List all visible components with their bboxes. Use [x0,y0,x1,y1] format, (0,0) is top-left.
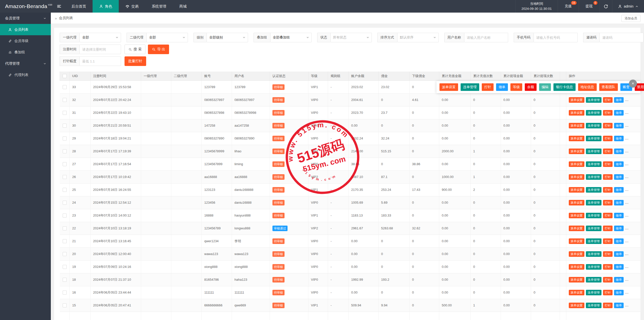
row-action-连单管理[interactable]: 连单管理 [586,303,601,308]
row-action-派单设置[interactable]: 派单设置 [569,264,584,270]
row-action-做单[interactable]: 做单 [614,303,624,308]
filter-select-value[interactable]: 所有状态 [330,33,372,42]
close-icon[interactable]: × [629,80,637,88]
row-action-连单管理[interactable]: 连单管理 [586,238,601,244]
nav-item-4[interactable]: 商城 [173,0,193,13]
row-checkbox[interactable] [63,252,67,256]
row-checkbox[interactable] [63,111,67,115]
row-action-做单[interactable]: 做单 [614,123,624,128]
row-action-打针[interactable]: 打针 [603,174,613,180]
row-action-派单设置[interactable]: 派单设置 [569,136,584,141]
row-action-打针[interactable]: 打针 [603,161,613,167]
row-action-做单[interactable]: 做单 [614,110,624,116]
row-action-连单管理[interactable]: 连单管理 [586,136,601,141]
row-action-派单设置[interactable]: 派单设置 [569,187,584,193]
sidebar-item-会员列表[interactable]: 会员列表 [0,24,51,35]
refresh-icon[interactable] [600,0,612,13]
row-action-打针[interactable]: 打针 [603,149,613,154]
row-checkbox[interactable] [63,85,67,89]
row-action-连单管理[interactable]: 连单管理 [586,277,601,282]
sidebar-group-1[interactable]: 代理管理 [0,58,51,69]
popup-action-打针[interactable]: 打针 [482,83,494,91]
row-action-做单[interactable]: 做单 [614,277,624,282]
row-action-派单设置[interactable]: 派单设置 [569,290,584,295]
row-action-做单[interactable]: 做单 [614,264,624,270]
filter-text-input[interactable] [534,33,577,42]
row-checkbox[interactable] [63,291,67,295]
nav-item-3[interactable]: 系统管理 [145,0,173,13]
popup-action-做单[interactable]: 做单 [496,83,508,91]
row-action-派单设置[interactable]: 派单设置 [569,226,584,231]
row-action-派单设置[interactable]: 派单设置 [569,251,584,257]
row-action-派单设置[interactable]: 派单设置 [569,303,584,308]
row-action-连单管理[interactable]: 连单管理 [586,97,601,103]
row-action-连单管理[interactable]: 连单管理 [586,123,601,128]
filter-select-value[interactable]: 默认排序 [397,33,439,42]
row-action-打针[interactable]: 打针 [603,123,613,128]
row-action-做单[interactable]: 做单 [614,226,624,231]
user-menu[interactable]: admin [612,0,644,13]
row-action-做单[interactable]: 做单 [614,251,624,257]
more-actions-button[interactable]: ... [625,162,629,166]
more-actions-button[interactable]: ... [625,124,629,127]
row-action-打针[interactable]: 打针 [603,290,613,295]
search-button[interactable]: 搜 索 [125,45,145,54]
row-action-派单设置[interactable]: 派单设置 [569,110,584,116]
more-actions-button[interactable]: ... [625,149,629,153]
row-action-打针[interactable]: 打针 [603,200,613,205]
row-action-打针[interactable]: 打针 [603,238,613,244]
filter-select-value[interactable]: 全部 [146,33,188,42]
filter-text-input[interactable] [600,33,643,42]
sidebar-item-代理列表[interactable]: 代理列表 [0,69,51,81]
row-action-连单管理[interactable]: 连单管理 [586,200,601,205]
row-checkbox[interactable] [63,303,67,307]
sidebar-item-会员等级[interactable]: 会员等级 [0,35,51,47]
row-action-连单管理[interactable]: 连单管理 [586,290,601,295]
filter-text-input[interactable] [464,33,508,42]
row-checkbox[interactable] [63,98,67,102]
row-action-做单[interactable]: 做单 [614,136,624,141]
more-actions-button[interactable]: ... [625,214,629,217]
select-all-checkbox[interactable] [63,74,67,78]
row-action-派单设置[interactable]: 派单设置 [569,174,584,180]
row-action-派单设置[interactable]: 派单设置 [569,161,584,167]
popup-action-银行卡信息[interactable]: 银行卡信息 [553,83,576,91]
row-action-做单[interactable]: 做单 [614,161,624,167]
popup-action-查看团队[interactable]: 查看团队 [599,83,618,91]
popup-action-编辑[interactable]: 编辑 [539,83,551,91]
needle-range-input[interactable] [80,57,121,66]
row-action-打针[interactable]: 打针 [603,303,613,308]
row-checkbox[interactable] [63,265,67,269]
register-time-input[interactable] [80,45,121,54]
row-action-打针[interactable]: 打针 [603,97,613,103]
nav-item-2[interactable]: 交易 [119,0,145,13]
more-actions-button[interactable]: ... [625,136,629,140]
popup-action-余额[interactable]: 余额 [525,83,537,91]
more-actions-button[interactable]: ... [625,265,629,269]
more-actions-button[interactable]: ... [625,239,629,243]
row-action-连单管理[interactable]: 连单管理 [586,213,601,218]
row-action-做单[interactable]: 做单 [614,149,624,154]
row-action-连单管理[interactable]: 连单管理 [586,187,601,193]
add-member-button[interactable]: 添加会员 [621,15,640,22]
row-action-做单[interactable]: 做单 [614,238,624,244]
more-actions-button[interactable]: ... [625,278,629,281]
sidebar-item-叠加组[interactable]: 叠加组 [0,47,51,58]
row-checkbox[interactable] [63,188,67,192]
row-checkbox[interactable] [63,124,67,128]
row-action-派单设置[interactable]: 派单设置 [569,238,584,244]
row-action-派单设置[interactable]: 派单设置 [569,97,584,103]
row-action-做单[interactable]: 做单 [614,187,624,193]
more-actions-button[interactable]: ... [625,291,629,294]
row-checkbox[interactable] [63,214,67,218]
row-action-做单[interactable]: 做单 [614,174,624,180]
export-button[interactable]: 导 出 [148,45,169,54]
nav-item-1[interactable]: 角色 [93,0,119,13]
more-actions-button[interactable]: ... [625,201,629,204]
sidebar-group-0[interactable]: 会员管理 [0,13,51,24]
hamburger-icon[interactable] [53,0,65,13]
row-action-派单设置[interactable]: 派单设置 [569,123,584,128]
popup-action-地址信息[interactable]: 地址信息 [578,83,597,91]
row-action-打针[interactable]: 打针 [603,136,613,141]
row-action-连单管理[interactable]: 连单管理 [586,174,601,180]
